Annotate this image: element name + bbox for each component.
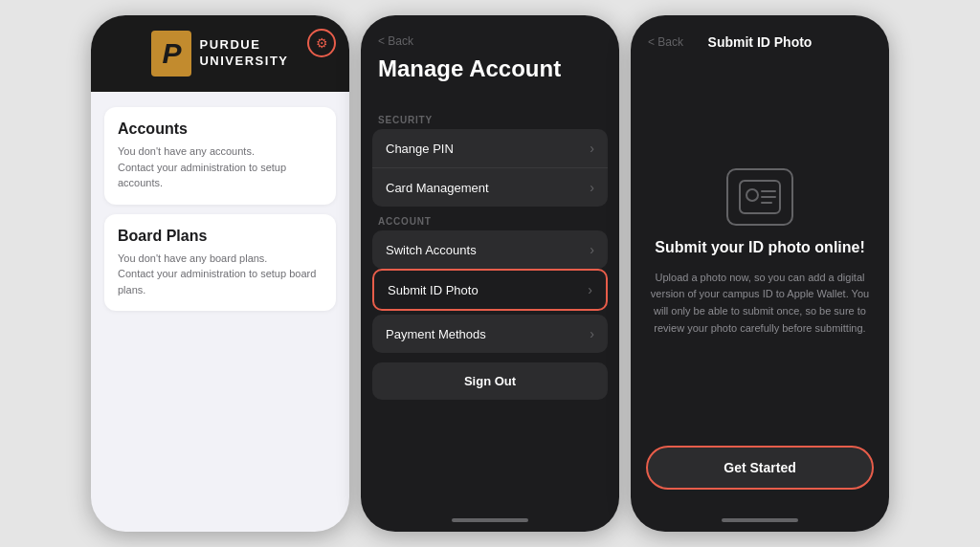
phone1-body: Accounts You don't have any accounts. Co… bbox=[91, 92, 349, 532]
purdue-p-letter: P bbox=[151, 31, 191, 77]
home-bar-3 bbox=[722, 518, 798, 522]
chevron-icon: › bbox=[590, 242, 594, 257]
home-indicator-3 bbox=[631, 509, 889, 532]
chevron-icon: › bbox=[588, 282, 592, 297]
board-plans-title: Board Plans bbox=[118, 228, 323, 245]
change-pin-item[interactable]: Change PIN › bbox=[372, 129, 608, 168]
payment-menu-group: Payment Methods › bbox=[372, 315, 608, 353]
account-section-label: ACCOUNT bbox=[361, 216, 619, 227]
security-section-label: SECURITY bbox=[361, 115, 619, 125]
account-menu-group: Switch Accounts › bbox=[372, 230, 608, 269]
accounts-title: Accounts bbox=[118, 120, 323, 138]
chevron-icon: › bbox=[590, 326, 594, 341]
phone1-header: P PURDUE UNIVERSITY ⚙ bbox=[91, 15, 349, 92]
accounts-subtitle: You don't have any accounts. Contact you… bbox=[118, 143, 323, 191]
switch-accounts-item[interactable]: Switch Accounts › bbox=[372, 230, 608, 269]
submit-id-photo-highlighted[interactable]: Submit ID Photo › bbox=[372, 269, 608, 311]
settings-button[interactable]: ⚙ bbox=[307, 29, 336, 57]
phone3-footer: Get Started bbox=[631, 446, 889, 509]
back-button-2[interactable]: < Back bbox=[378, 34, 602, 48]
phone-screen-3: < Back Submit ID Photo Submit your ID ph… bbox=[631, 15, 889, 532]
purdue-logo: P PURDUE UNIVERSITY bbox=[151, 31, 288, 77]
board-plans-subtitle: You don't have any board plans. Contact … bbox=[118, 251, 323, 298]
phone3-body: Submit your ID photo online! Upload a ph… bbox=[631, 59, 889, 446]
submit-id-photo-title: Submit ID Photo bbox=[708, 34, 813, 50]
get-started-button[interactable]: Get Started bbox=[646, 446, 874, 490]
phone-screen-1: P PURDUE UNIVERSITY ⚙ Accounts You don't… bbox=[91, 15, 349, 532]
manage-account-title: Manage Account bbox=[378, 55, 602, 82]
phone2-header: < Back Manage Account bbox=[361, 15, 619, 105]
home-bar bbox=[452, 518, 528, 522]
security-menu-group: Change PIN › Card Management › bbox=[372, 129, 608, 207]
submit-photo-description: Upload a photo now, so you can add a dig… bbox=[650, 270, 870, 337]
phone3-header: < Back Submit ID Photo bbox=[631, 15, 889, 59]
board-plans-card: Board Plans You don't have any board pla… bbox=[104, 214, 336, 312]
submit-id-photo-item[interactable]: Submit ID Photo › bbox=[374, 271, 606, 309]
submit-photo-headline: Submit your ID photo online! bbox=[655, 239, 865, 256]
card-management-item[interactable]: Card Management › bbox=[372, 168, 608, 207]
purdue-university-text: PURDUE UNIVERSITY bbox=[199, 37, 288, 70]
gear-icon: ⚙ bbox=[316, 35, 328, 51]
accounts-card: Accounts You don't have any accounts. Co… bbox=[104, 107, 336, 205]
phone-screen-2: < Back Manage Account SECURITY Change PI… bbox=[361, 15, 619, 532]
payment-methods-item[interactable]: Payment Methods › bbox=[372, 315, 608, 353]
chevron-icon: › bbox=[590, 141, 594, 156]
svg-point-1 bbox=[746, 189, 758, 201]
chevron-icon: › bbox=[590, 180, 594, 195]
id-card-icon bbox=[726, 168, 793, 226]
sign-out-button[interactable]: Sign Out bbox=[372, 362, 608, 400]
back-button-3[interactable]: < Back bbox=[648, 35, 683, 49]
home-indicator bbox=[361, 509, 619, 532]
